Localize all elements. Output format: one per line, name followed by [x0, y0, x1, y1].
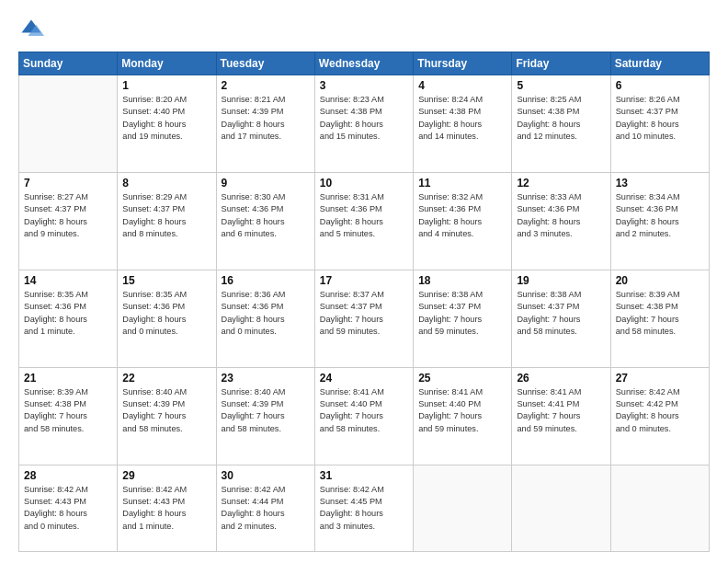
calendar-cell: 22Sunrise: 8:40 AM Sunset: 4:39 PM Dayli…	[118, 367, 216, 465]
day-number: 1	[122, 79, 210, 92]
day-number: 8	[122, 177, 210, 190]
weekday-header-monday: Monday	[118, 52, 216, 75]
day-info: Sunrise: 8:33 AM Sunset: 4:36 PM Dayligh…	[517, 191, 605, 240]
day-info: Sunrise: 8:41 AM Sunset: 4:40 PM Dayligh…	[418, 386, 506, 435]
day-info: Sunrise: 8:31 AM Sunset: 4:36 PM Dayligh…	[320, 191, 408, 240]
day-info: Sunrise: 8:39 AM Sunset: 4:38 PM Dayligh…	[24, 386, 112, 435]
day-number: 28	[24, 469, 112, 482]
weekday-header-tuesday: Tuesday	[216, 52, 314, 75]
page: SundayMondayTuesdayWednesdayThursdayFrid…	[0, 0, 728, 563]
calendar-cell: 14Sunrise: 8:35 AM Sunset: 4:36 PM Dayli…	[19, 270, 118, 367]
calendar-cell	[19, 75, 118, 173]
day-number: 9	[222, 177, 310, 190]
day-info: Sunrise: 8:30 AM Sunset: 4:36 PM Dayligh…	[222, 191, 310, 240]
day-info: Sunrise: 8:42 AM Sunset: 4:42 PM Dayligh…	[616, 386, 704, 435]
day-number: 12	[517, 177, 605, 190]
day-number: 2	[222, 79, 310, 92]
calendar-week-row: 1Sunrise: 8:20 AM Sunset: 4:40 PM Daylig…	[19, 75, 710, 173]
calendar-cell: 20Sunrise: 8:39 AM Sunset: 4:38 PM Dayli…	[610, 270, 709, 367]
calendar-cell: 7Sunrise: 8:27 AM Sunset: 4:37 PM Daylig…	[19, 172, 118, 270]
day-number: 18	[418, 274, 506, 287]
calendar-cell: 31Sunrise: 8:42 AM Sunset: 4:45 PM Dayli…	[314, 465, 413, 551]
day-number: 31	[320, 469, 408, 482]
calendar-cell: 13Sunrise: 8:34 AM Sunset: 4:36 PM Dayli…	[610, 172, 709, 270]
calendar-cell: 6Sunrise: 8:26 AM Sunset: 4:37 PM Daylig…	[610, 75, 709, 173]
day-info: Sunrise: 8:41 AM Sunset: 4:40 PM Dayligh…	[320, 386, 408, 435]
day-number: 6	[616, 79, 704, 92]
weekday-header-wednesday: Wednesday	[314, 52, 413, 75]
day-info: Sunrise: 8:27 AM Sunset: 4:37 PM Dayligh…	[24, 191, 112, 240]
day-number: 14	[24, 274, 112, 287]
calendar-cell: 27Sunrise: 8:42 AM Sunset: 4:42 PM Dayli…	[610, 367, 709, 465]
day-info: Sunrise: 8:32 AM Sunset: 4:36 PM Dayligh…	[418, 191, 506, 240]
day-info: Sunrise: 8:35 AM Sunset: 4:36 PM Dayligh…	[24, 289, 112, 338]
calendar-week-row: 7Sunrise: 8:27 AM Sunset: 4:37 PM Daylig…	[19, 172, 710, 270]
day-number: 30	[222, 469, 310, 482]
day-info: Sunrise: 8:39 AM Sunset: 4:38 PM Dayligh…	[616, 289, 704, 338]
day-number: 15	[122, 274, 210, 287]
calendar-cell: 9Sunrise: 8:30 AM Sunset: 4:36 PM Daylig…	[216, 172, 314, 270]
calendar-cell: 12Sunrise: 8:33 AM Sunset: 4:36 PM Dayli…	[512, 172, 610, 270]
day-number: 3	[320, 79, 408, 92]
calendar-cell	[610, 465, 709, 551]
day-info: Sunrise: 8:41 AM Sunset: 4:41 PM Dayligh…	[517, 386, 605, 435]
calendar-week-row: 14Sunrise: 8:35 AM Sunset: 4:36 PM Dayli…	[19, 270, 710, 367]
logo-icon	[18, 17, 44, 42]
day-number: 7	[24, 177, 112, 190]
day-info: Sunrise: 8:35 AM Sunset: 4:36 PM Dayligh…	[122, 289, 210, 338]
day-info: Sunrise: 8:20 AM Sunset: 4:40 PM Dayligh…	[122, 94, 210, 143]
calendar-cell: 5Sunrise: 8:25 AM Sunset: 4:38 PM Daylig…	[512, 75, 610, 173]
logo	[18, 17, 48, 42]
calendar-cell: 16Sunrise: 8:36 AM Sunset: 4:36 PM Dayli…	[216, 270, 314, 367]
day-number: 10	[320, 177, 408, 190]
day-number: 23	[222, 372, 310, 385]
calendar-cell: 30Sunrise: 8:42 AM Sunset: 4:44 PM Dayli…	[216, 465, 314, 551]
day-info: Sunrise: 8:42 AM Sunset: 4:45 PM Dayligh…	[320, 484, 408, 533]
calendar-cell	[512, 465, 610, 551]
day-info: Sunrise: 8:37 AM Sunset: 4:37 PM Dayligh…	[320, 289, 408, 338]
calendar-cell: 25Sunrise: 8:41 AM Sunset: 4:40 PM Dayli…	[414, 367, 512, 465]
day-number: 21	[24, 372, 112, 385]
day-info: Sunrise: 8:42 AM Sunset: 4:43 PM Dayligh…	[122, 484, 210, 533]
day-info: Sunrise: 8:38 AM Sunset: 4:37 PM Dayligh…	[517, 289, 605, 338]
calendar-week-row: 21Sunrise: 8:39 AM Sunset: 4:38 PM Dayli…	[19, 367, 710, 465]
day-number: 27	[616, 372, 704, 385]
calendar-cell: 28Sunrise: 8:42 AM Sunset: 4:43 PM Dayli…	[19, 465, 118, 551]
day-number: 5	[517, 79, 605, 92]
calendar-cell: 4Sunrise: 8:24 AM Sunset: 4:38 PM Daylig…	[414, 75, 512, 173]
weekday-header-thursday: Thursday	[414, 52, 512, 75]
calendar-week-row: 28Sunrise: 8:42 AM Sunset: 4:43 PM Dayli…	[19, 465, 710, 551]
calendar-cell: 2Sunrise: 8:21 AM Sunset: 4:39 PM Daylig…	[216, 75, 314, 173]
day-number: 24	[320, 372, 408, 385]
calendar-cell: 10Sunrise: 8:31 AM Sunset: 4:36 PM Dayli…	[314, 172, 413, 270]
weekday-header-sunday: Sunday	[19, 52, 118, 75]
day-info: Sunrise: 8:23 AM Sunset: 4:38 PM Dayligh…	[320, 94, 408, 143]
day-number: 25	[418, 372, 506, 385]
day-info: Sunrise: 8:42 AM Sunset: 4:44 PM Dayligh…	[222, 484, 310, 533]
calendar-cell: 1Sunrise: 8:20 AM Sunset: 4:40 PM Daylig…	[118, 75, 216, 173]
day-number: 26	[517, 372, 605, 385]
day-info: Sunrise: 8:24 AM Sunset: 4:38 PM Dayligh…	[418, 94, 506, 143]
calendar-cell: 8Sunrise: 8:29 AM Sunset: 4:37 PM Daylig…	[118, 172, 216, 270]
day-info: Sunrise: 8:36 AM Sunset: 4:36 PM Dayligh…	[222, 289, 310, 338]
day-number: 11	[418, 177, 506, 190]
day-number: 4	[418, 79, 506, 92]
day-number: 17	[320, 274, 408, 287]
calendar-cell: 17Sunrise: 8:37 AM Sunset: 4:37 PM Dayli…	[314, 270, 413, 367]
day-number: 20	[616, 274, 704, 287]
day-info: Sunrise: 8:40 AM Sunset: 4:39 PM Dayligh…	[122, 386, 210, 435]
day-number: 22	[122, 372, 210, 385]
day-info: Sunrise: 8:26 AM Sunset: 4:37 PM Dayligh…	[616, 94, 704, 143]
day-number: 19	[517, 274, 605, 287]
header	[18, 17, 710, 42]
calendar-header-row: SundayMondayTuesdayWednesdayThursdayFrid…	[19, 52, 710, 75]
calendar-cell: 3Sunrise: 8:23 AM Sunset: 4:38 PM Daylig…	[314, 75, 413, 173]
weekday-header-friday: Friday	[512, 52, 610, 75]
calendar-table: SundayMondayTuesdayWednesdayThursdayFrid…	[18, 52, 710, 552]
calendar-cell: 23Sunrise: 8:40 AM Sunset: 4:39 PM Dayli…	[216, 367, 314, 465]
calendar-cell: 11Sunrise: 8:32 AM Sunset: 4:36 PM Dayli…	[414, 172, 512, 270]
day-number: 13	[616, 177, 704, 190]
calendar-cell: 21Sunrise: 8:39 AM Sunset: 4:38 PM Dayli…	[19, 367, 118, 465]
day-info: Sunrise: 8:25 AM Sunset: 4:38 PM Dayligh…	[517, 94, 605, 143]
calendar-cell	[414, 465, 512, 551]
